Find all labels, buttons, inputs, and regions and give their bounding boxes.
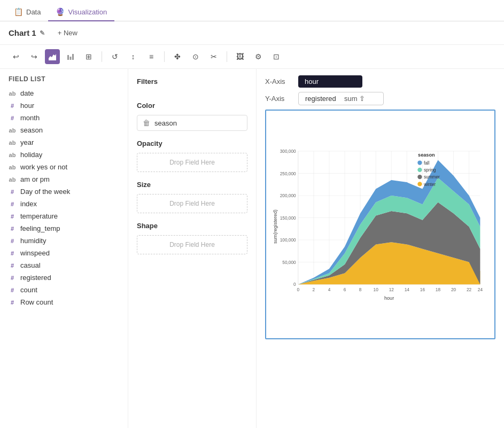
svg-text:200,000: 200,000 [280,193,296,198]
field-item-month[interactable]: # month [0,112,128,124]
tab-visualization[interactable]: 🔮 Visualization [48,3,114,21]
field-type-date: ab [9,90,16,97]
opacity-drop-zone[interactable]: Drop Field Here [137,153,247,172]
field-item-winspeed[interactable]: # winspeed [0,247,128,259]
svg-rect-1 [70,57,72,60]
svg-rect-2 [72,54,74,60]
image-button[interactable]: 🖼 [232,49,247,64]
svg-text:10: 10 [374,287,379,292]
svg-text:16: 16 [420,287,425,292]
right-panel: X-Axis hour Y-Axis registered sum ⇧ [257,69,504,428]
chart-type-layers-button[interactable]: ⊞ [81,49,96,64]
svg-text:18: 18 [436,287,441,292]
svg-point-51 [417,182,422,186]
zoom-button[interactable]: ✤ [170,49,185,64]
field-item-workday[interactable]: ab work yes or not [0,161,128,173]
chart-area: 0 50,000 100,000 150,000 200,000 250,000… [265,110,495,339]
filter-by-icon-button[interactable]: ✂ [206,49,221,64]
tab-data[interactable]: 📋 Data [6,3,48,21]
field-name-rowcount: Row count [20,298,53,306]
field-item-date[interactable]: ab date [0,87,128,99]
field-item-season[interactable]: ab season [0,124,128,136]
field-name-temperature: temperature [20,212,58,220]
svg-text:14: 14 [405,287,410,292]
field-item-temperature[interactable]: # temperature [0,210,128,222]
field-type-count: # [9,287,16,293]
settings-button[interactable]: ⚙ [251,49,266,64]
tab-bar: 📋 Data 🔮 Visualization [0,0,504,21]
edit-chart-title-icon[interactable]: ✎ [40,29,45,37]
svg-text:season: season [418,152,435,158]
field-item-hour[interactable]: # hour [0,99,128,112]
area-chart-icon [49,53,56,60]
svg-text:50,000: 50,000 [282,260,296,265]
field-name-hour: hour [20,102,34,110]
field-item-casual[interactable]: # casual [0,259,128,271]
svg-text:0: 0 [297,287,300,292]
svg-text:12: 12 [389,287,394,292]
svg-text:4: 4 [328,287,331,292]
field-item-registered[interactable]: # registered [0,271,128,284]
chart-type-bar-button[interactable] [63,49,78,64]
yaxis-value[interactable]: registered sum ⇧ [298,92,384,105]
field-name-index: index [20,200,37,208]
field-item-index[interactable]: # index [0,198,128,210]
svg-text:winter: winter [423,182,436,187]
svg-text:150,000: 150,000 [280,215,296,221]
field-item-holiday[interactable]: ab holiday [0,149,128,161]
field-type-hour: # [9,103,16,109]
fullscreen-button[interactable]: ⊡ [269,49,284,64]
field-name-count: count [20,286,37,294]
svg-text:100,000: 100,000 [280,237,296,243]
field-name-registered: registered [20,274,51,282]
yaxis-label: Y-Axis [265,95,292,103]
xaxis-value[interactable]: hour [298,75,362,88]
sort-desc-button[interactable]: ≡ [144,49,159,64]
select-button[interactable]: ⊙ [188,49,203,64]
field-name-month: month [20,114,40,122]
toolbar: ↩ ↪ ⊞ ↺ ↕ ≡ ✤ ⊙ ✂ 🖼 ⚙ ⊡ [0,45,504,69]
svg-text:6: 6 [344,287,346,292]
field-type-casual: # [9,262,16,269]
svg-point-47 [417,168,422,172]
field-name-casual: casual [20,261,41,269]
field-item-year[interactable]: ab year [0,136,128,149]
opacity-title: Opacity [137,139,247,147]
yaxis-agg: sum ⇧ [340,95,365,103]
field-item-count[interactable]: # count [0,284,128,296]
size-title: Size [137,181,247,189]
field-type-index: # [9,201,16,207]
toolbar-separator-1 [102,51,102,62]
field-type-year: ab [9,139,16,146]
tab-data-label: Data [26,8,41,16]
shape-title: Shape [137,222,247,230]
redo-button[interactable]: ↪ [27,49,42,64]
size-drop-zone[interactable]: Drop Field Here [137,194,247,213]
field-type-holiday: ab [9,152,16,158]
field-type-rowcount: # [9,299,16,306]
shape-drop-zone[interactable]: Drop Field Here [137,235,247,254]
svg-text:20: 20 [451,287,456,292]
chart-type-area-button[interactable] [45,49,60,64]
field-type-amorpm: ab [9,176,16,183]
field-list-panel: Field List ab date # hour # month ab sea… [0,69,128,428]
field-item-feelingtemp[interactable]: # feeling_temp [0,222,128,235]
tab-visualization-label: Visualization [68,8,107,16]
field-list-title: Field List [0,75,128,87]
color-trash-icon[interactable]: 🗑 [143,119,150,127]
color-field-tag[interactable]: 🗑 season [137,115,247,131]
field-item-rowcount[interactable]: # Row count [0,296,128,308]
sort-asc-button[interactable]: ↕ [126,49,141,64]
field-type-winspeed: # [9,250,16,256]
new-chart-button[interactable]: + New [53,27,82,39]
yaxis-row: Y-Axis registered sum ⇧ [265,92,495,105]
refresh-button[interactable]: ↺ [107,49,122,64]
field-item-amorpm[interactable]: ab am or pm [0,173,128,185]
field-item-dayofweek[interactable]: # Day of the week [0,185,128,198]
field-item-humidity[interactable]: # humidity [0,235,128,247]
undo-button[interactable]: ↩ [9,49,24,64]
svg-text:24: 24 [478,287,483,292]
field-name-workday: work yes or not [20,163,67,171]
data-tab-icon: 📋 [14,7,23,16]
field-type-month: # [9,115,16,121]
